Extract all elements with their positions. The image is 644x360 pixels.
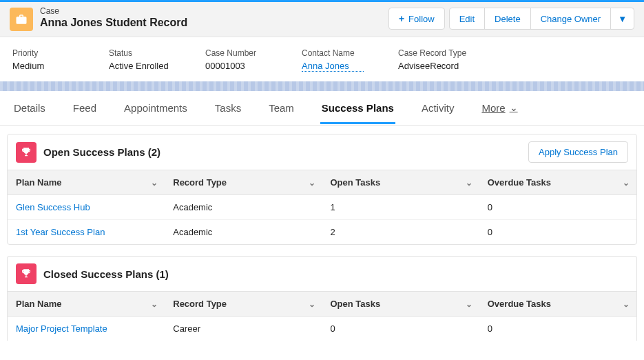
tab-success-plans[interactable]: Success Plans: [320, 92, 395, 124]
trophy-icon: [16, 263, 37, 284]
col-record-type: Record Type: [173, 299, 227, 309]
col-open-tasks: Open Tasks: [331, 299, 381, 309]
table-row: Glen Success Hub Academic 1 0: [8, 195, 636, 220]
cell-open-tasks: 0: [322, 317, 479, 341]
chevron-down-icon: ⌄: [510, 102, 518, 113]
cell-overdue-tasks: 0: [479, 220, 636, 245]
chevron-down-icon[interactable]: ⌄: [466, 178, 472, 188]
path-placeholder: [0, 81, 644, 91]
follow-label: Follow: [408, 14, 435, 24]
trophy-icon: [16, 142, 37, 163]
chevron-down-icon[interactable]: ⌄: [623, 178, 630, 188]
delete-button[interactable]: Delete: [484, 8, 531, 30]
more-actions-button[interactable]: ▼: [610, 8, 634, 30]
record-type-value: AdviseeRecord: [398, 61, 466, 71]
table-row: 1st Year Success Plan Academic 2 0: [8, 220, 636, 245]
closed-success-plans-panel: Closed Success Plans (1) Plan Name⌄ Reco…: [7, 256, 637, 341]
chevron-down-icon[interactable]: ⌄: [151, 299, 158, 309]
status-label: Status: [109, 48, 171, 58]
tab-feed[interactable]: Feed: [72, 92, 98, 124]
col-overdue-tasks: Overdue Tasks: [488, 177, 551, 188]
tab-tasks[interactable]: Tasks: [214, 92, 242, 124]
cell-record-type: Career: [165, 317, 322, 341]
plan-link[interactable]: 1st Year Success Plan: [16, 227, 105, 237]
case-number-label: Case Number: [205, 48, 267, 58]
closed-plans-table: Plan Name⌄ Record Type⌄ Open Tasks⌄ Over…: [8, 291, 636, 341]
record-type-label: Case Record Type: [398, 48, 466, 58]
header-actions: + Follow Edit Delete Change Owner ▼: [384, 8, 634, 30]
chevron-down-icon[interactable]: ⌄: [309, 299, 315, 309]
caret-down-icon: ▼: [618, 14, 627, 24]
chevron-down-icon[interactable]: ⌄: [466, 299, 472, 309]
col-record-type: Record Type: [173, 177, 227, 188]
col-open-tasks: Open Tasks: [331, 177, 381, 188]
open-plans-title: Open Success Plans (2): [43, 146, 528, 158]
tab-activity[interactable]: Activity: [420, 92, 456, 124]
follow-button[interactable]: + Follow: [388, 8, 445, 30]
chevron-down-icon[interactable]: ⌄: [151, 178, 158, 188]
col-plan-name: Plan Name: [16, 177, 61, 188]
table-row: Major Project Template Career 0 0: [8, 317, 636, 341]
priority-label: Priority: [12, 48, 74, 58]
cell-overdue-tasks: 0: [479, 317, 636, 341]
status-value: Active Enrolled: [109, 61, 171, 71]
tab-details[interactable]: Details: [12, 92, 47, 124]
col-plan-name: Plan Name: [16, 299, 61, 309]
open-plans-table: Plan Name⌄ Record Type⌄ Open Tasks⌄ Over…: [8, 170, 636, 244]
plan-link[interactable]: Glen Success Hub: [16, 202, 90, 212]
closed-plans-title: Closed Success Plans (1): [43, 268, 628, 280]
col-overdue-tasks: Overdue Tasks: [488, 299, 551, 309]
chevron-down-icon[interactable]: ⌄: [309, 178, 315, 188]
case-icon: [10, 8, 33, 31]
highlight-fields: Priority Medium Status Active Enrolled C…: [0, 37, 644, 81]
cell-overdue-tasks: 0: [479, 195, 636, 220]
tab-team[interactable]: Team: [267, 92, 295, 124]
record-header: Case Anna Jones Student Record + Follow …: [0, 2, 644, 37]
tab-more[interactable]: More ⌄: [480, 92, 519, 124]
tab-appointments[interactable]: Appointments: [123, 92, 189, 124]
priority-value: Medium: [12, 61, 74, 71]
record-title: Anna Jones Student Record: [40, 16, 384, 30]
contact-name-label: Contact Name: [302, 48, 364, 58]
plan-link[interactable]: Major Project Template: [16, 323, 107, 334]
cell-record-type: Academic: [165, 220, 322, 245]
plus-icon: +: [399, 13, 404, 24]
tab-more-label: More: [481, 102, 505, 114]
case-number-value: 00001003: [205, 61, 267, 71]
tab-bar: Details Feed Appointments Tasks Team Suc…: [0, 91, 644, 126]
cell-open-tasks: 2: [322, 220, 479, 245]
cell-open-tasks: 1: [322, 195, 479, 220]
edit-button[interactable]: Edit: [449, 8, 485, 30]
apply-success-plan-button[interactable]: Apply Success Plan: [528, 141, 628, 163]
chevron-down-icon[interactable]: ⌄: [623, 299, 630, 309]
cell-record-type: Academic: [165, 195, 322, 220]
change-owner-button[interactable]: Change Owner: [530, 8, 611, 30]
contact-name-link[interactable]: Anna Jones: [302, 61, 364, 72]
object-label: Case: [40, 6, 384, 16]
open-success-plans-panel: Open Success Plans (2) Apply Success Pla…: [7, 134, 637, 245]
